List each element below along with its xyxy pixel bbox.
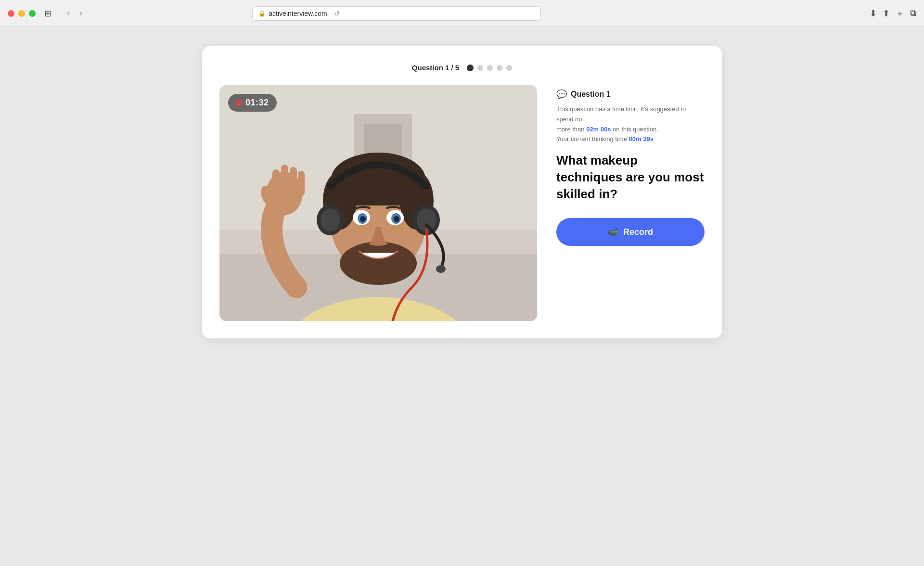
close-button[interactable] [8, 10, 14, 17]
sidebar-toggle-button[interactable]: ⊞ [41, 6, 54, 21]
progress-dots [467, 64, 512, 71]
time-limit: 02m 00s [586, 126, 611, 133]
svg-point-12 [340, 242, 417, 285]
share-button[interactable]: ⬆ [883, 8, 890, 19]
progress-header: Question 1 / 5 [219, 64, 705, 72]
meta-line2-suffix: on this question. [611, 126, 658, 133]
new-tab-button[interactable]: ＋ [896, 8, 904, 19]
question-label-row: 💬 Question 1 [556, 89, 705, 100]
svg-rect-28 [298, 171, 305, 196]
video-frame [219, 85, 537, 321]
question-counter: Question 1 / 5 [412, 64, 459, 72]
thinking-time: 00m 39s [629, 135, 654, 142]
progress-dot-2 [477, 65, 483, 71]
content-area: 01:32 💬 Question 1 This question has a t… [219, 85, 705, 321]
progress-dot-4 [497, 65, 502, 71]
svg-point-22 [417, 208, 436, 232]
maximize-button[interactable] [29, 10, 36, 17]
svg-point-20 [321, 208, 340, 232]
video-camera-icon: 📹 [608, 227, 618, 237]
record-button-label: Record [623, 227, 653, 237]
timer-badge: 01:32 [228, 94, 277, 112]
svg-rect-26 [281, 165, 288, 193]
question-text: What makeup techniques are you most skil… [556, 152, 705, 203]
recording-dot [236, 100, 242, 106]
progress-dot-5 [506, 65, 512, 71]
svg-rect-25 [272, 169, 280, 196]
browser-chrome: ⊞ ‹ › 🔒 activeinterview.com ↺ ⬇ ⬆ ＋ ⧉ [0, 0, 924, 27]
svg-point-18 [394, 216, 399, 222]
reload-button[interactable]: ↺ [334, 10, 340, 17]
interview-card: Question 1 / 5 [202, 46, 722, 338]
record-button[interactable]: 📹 Record [556, 218, 705, 246]
progress-dot-3 [487, 65, 493, 71]
lock-icon: 🔒 [258, 10, 266, 17]
question-meta: This question has a time limit. It's sug… [556, 104, 705, 144]
traffic-lights [8, 10, 36, 17]
timer-display: 01:32 [245, 98, 269, 108]
svg-rect-27 [290, 167, 297, 195]
forward-button[interactable]: › [77, 6, 85, 20]
chat-icon: 💬 [556, 89, 567, 100]
progress-dot-1 [467, 64, 474, 71]
tabs-button[interactable]: ⧉ [910, 8, 916, 18]
svg-point-23 [436, 265, 446, 273]
address-bar[interactable]: 🔒 activeinterview.com ↺ [252, 6, 541, 21]
video-wrapper: 01:32 [219, 85, 537, 321]
address-bar-container: 🔒 activeinterview.com ↺ [252, 6, 541, 21]
download-button[interactable]: ⬇ [870, 8, 877, 19]
back-button[interactable]: ‹ [64, 6, 73, 20]
browser-actions: ⬇ ⬆ ＋ ⧉ [870, 8, 916, 19]
minimize-button[interactable] [18, 10, 25, 17]
meta-line1: This question has a time limit. It's sug… [556, 105, 686, 123]
meta-line3-prefix: Your current thinking time [556, 135, 629, 142]
page-content: Question 1 / 5 [0, 27, 924, 566]
meta-line2-prefix: more than [556, 126, 586, 133]
svg-rect-11 [333, 181, 424, 206]
svg-point-17 [360, 216, 366, 222]
browser-nav: ‹ › [64, 6, 85, 20]
right-panel: 💬 Question 1 This question has a time li… [556, 85, 705, 246]
url-text: activeinterview.com [269, 10, 327, 17]
question-label: Question 1 [571, 90, 611, 99]
